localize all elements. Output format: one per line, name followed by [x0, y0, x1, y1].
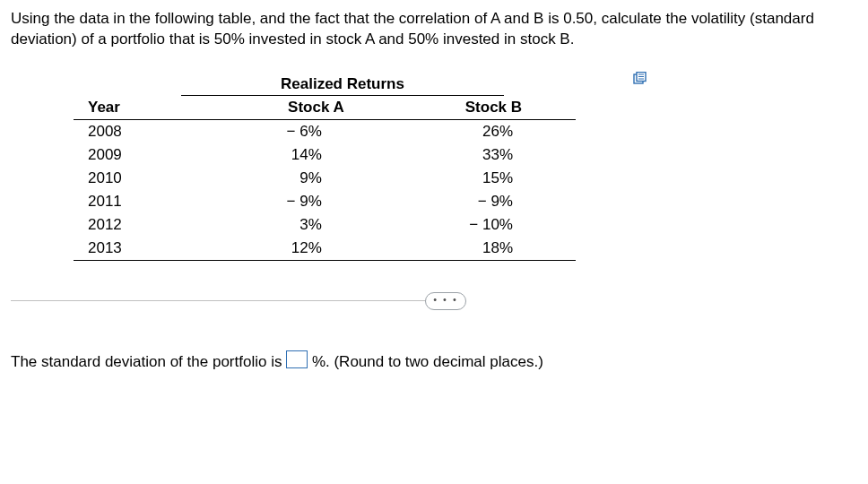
table-row: 2011 − 9% − 9% — [74, 190, 576, 213]
cell-stock-a: 3% — [221, 213, 412, 237]
answer-input[interactable] — [286, 350, 308, 368]
cell-year: 2013 — [74, 237, 221, 261]
cell-stock-a: 9% — [221, 167, 412, 190]
col-header-stock-b: Stock B — [412, 96, 576, 120]
col-header-stock-a: Stock A — [221, 96, 412, 120]
section-divider: • • • — [11, 293, 857, 311]
cell-stock-a: − 6% — [221, 119, 412, 143]
table-row: 2008 − 6% 26% — [74, 119, 576, 143]
cell-stock-b: − 9% — [412, 190, 576, 213]
copy-table-icon[interactable] — [633, 72, 647, 84]
cell-year: 2010 — [74, 167, 221, 190]
answer-hint: (Round to two decimal places.) — [334, 353, 542, 370]
cell-stock-b: 18% — [412, 237, 576, 261]
cell-stock-a: 12% — [221, 237, 412, 261]
cell-year: 2012 — [74, 213, 221, 237]
cell-stock-b: 33% — [412, 143, 576, 167]
col-header-year: Year — [74, 96, 221, 120]
cell-stock-a: − 9% — [221, 190, 412, 213]
table-row: 2012 3% − 10% — [74, 213, 576, 237]
table-row: 2010 9% 15% — [74, 167, 576, 190]
returns-table: Year Stock A Stock B 2008 − 6% 26% 2009 … — [74, 96, 576, 261]
question-text: Using the data in the following table, a… — [11, 9, 857, 50]
table-row: 2013 12% 18% — [74, 237, 576, 261]
cell-year: 2008 — [74, 119, 221, 143]
expand-button[interactable]: • • • — [425, 292, 466, 310]
cell-stock-b: − 10% — [412, 213, 576, 237]
table-section-title: Realized Returns — [181, 75, 504, 96]
cell-stock-a: 14% — [221, 143, 412, 167]
divider-line — [11, 300, 441, 301]
cell-year: 2009 — [74, 143, 221, 167]
answer-prefix: The standard deviation of the portfolio … — [11, 353, 286, 370]
answer-line: The standard deviation of the portfolio … — [11, 350, 857, 371]
answer-suffix: %. — [312, 353, 334, 370]
table-row: 2009 14% 33% — [74, 143, 576, 167]
returns-table-wrap: Realized Returns Year Stock A Stock B 20… — [74, 75, 585, 261]
cell-year: 2011 — [74, 190, 221, 213]
cell-stock-b: 26% — [412, 119, 576, 143]
cell-stock-b: 15% — [412, 167, 576, 190]
